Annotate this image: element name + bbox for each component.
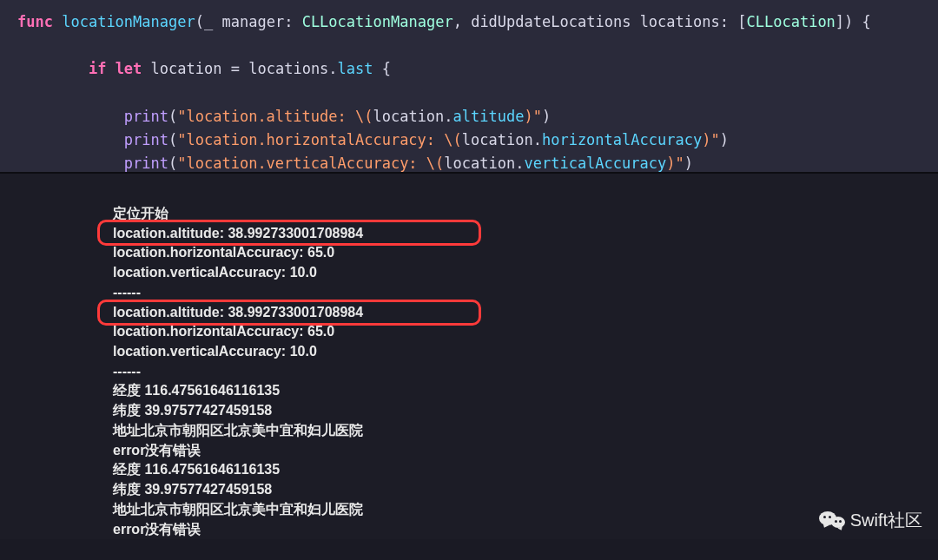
print-call: print [124, 108, 168, 125]
console-line: location.verticalAccuracy: 10.0 [113, 263, 938, 283]
keyword-if: if [89, 60, 106, 77]
keyword-let: let [116, 60, 142, 77]
code-line-1: func locationManager(_ manager: CLLocati… [17, 10, 938, 34]
console-line: 纬度 39.97577427459158 [113, 480, 938, 500]
console-line: 地址北京市朝阳区北京美中宜和妇儿医院 [113, 421, 938, 441]
code-line-3: if let location = locations.last { [17, 57, 938, 81]
console-line: 经度 116.47561646116135 [113, 381, 938, 401]
console-line: 经度 116.47561646116135 [113, 460, 938, 480]
code-line-7: print("location.verticalAccuracy: \(loca… [17, 152, 938, 175]
annotation-highlight-2 [97, 300, 481, 326]
watermark-text: Swift社区 [850, 509, 922, 532]
console-line: error没有错误 [113, 441, 938, 461]
console-line: 地址北京市朝阳区北京美中宜和妇儿医院 [113, 500, 938, 520]
debug-console[interactable]: 定位开始 location.altitude: 38.9927330017089… [0, 174, 938, 539]
wechat-icon [819, 510, 845, 532]
annotation-highlight-1 [97, 220, 481, 246]
console-line: location.horizontalAccuracy: 65.0 [113, 243, 938, 263]
console-line: ------ [113, 362, 938, 382]
console-line: error没有错误 [113, 520, 938, 540]
code-line-5: print("location.altitude: \(location.alt… [17, 105, 938, 128]
code-editor[interactable]: func locationManager(_ manager: CLLocati… [0, 0, 938, 174]
function-name: locationManager [62, 13, 195, 30]
console-line: location.verticalAccuracy: 10.0 [113, 342, 938, 362]
keyword-func: func [17, 13, 53, 30]
watermark: Swift社区 [819, 509, 922, 532]
console-line: 纬度 39.97577427459158 [113, 401, 938, 421]
code-line-6: print("location.horizontalAccuracy: \(lo… [17, 128, 938, 152]
